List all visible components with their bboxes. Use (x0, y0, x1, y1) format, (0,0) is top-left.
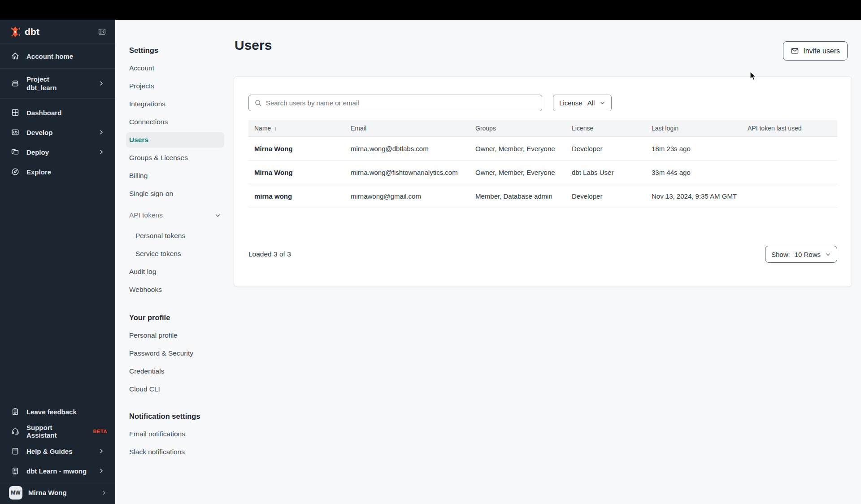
column-header-groups[interactable]: Groups (470, 125, 566, 132)
dbt-logo[interactable]: dbt (9, 26, 39, 38)
deploy-icon (11, 148, 20, 156)
api-tokens-label: API tokens (129, 211, 163, 219)
license-filter-dropdown[interactable]: License All (553, 95, 612, 111)
column-header-api-token[interactable]: API token last used (742, 125, 837, 132)
user-search (248, 95, 542, 111)
avatar: MW (9, 486, 22, 500)
search-icon (254, 99, 262, 107)
settings-nav-single-sign-on[interactable]: Single sign-on (126, 185, 224, 203)
dbt-logo-text: dbt (25, 26, 39, 37)
sidebar-item-help-guides[interactable]: Help & Guides (0, 441, 115, 461)
users-toolbar: License All (248, 95, 837, 111)
sidebar-item-leave-feedback[interactable]: Leave feedback (0, 402, 115, 421)
settings-nav-personal-tokens[interactable]: Personal tokens (126, 227, 224, 245)
settings-nav-billing[interactable]: Billing (126, 167, 224, 185)
table-row[interactable]: Mirna Wong mirna.wong@dbtlabs.com Owner,… (248, 137, 837, 161)
settings-nav-cloud-cli[interactable]: Cloud CLI (126, 380, 224, 398)
sidebar-item-label: Leave feedback (26, 408, 77, 416)
sidebar-item-project[interactable]: Project dbt_learn (0, 69, 115, 99)
cell-email: mirna.wong@dbtlabs.com (345, 145, 470, 152)
table-footer: Loaded 3 of 3 Show: 10 Rows (248, 246, 837, 263)
cell-groups: Member, Database admin (470, 192, 566, 200)
sidebar-item-label: Deploy (26, 148, 49, 156)
settings-nav-credentials[interactable]: Credentials (126, 362, 224, 380)
sidebar-item-explore[interactable]: Explore (0, 162, 115, 182)
sidebar-item-label: Account home (26, 52, 73, 60)
sidebar-bottom-group: Leave feedback Support Assistant BETA He… (0, 402, 115, 481)
cell-groups: Owner, Member, Everyone (470, 145, 566, 152)
invite-users-button[interactable]: Invite users (783, 41, 848, 61)
table-row[interactable]: mirna wong mirnawong@gmail.com Member, D… (248, 184, 837, 208)
chevron-right-icon (101, 490, 107, 496)
cell-license: Developer (566, 145, 646, 152)
dashboard-icon (11, 108, 20, 117)
chevron-right-icon (98, 80, 107, 87)
sidebar-item-label: Dashboard (26, 109, 61, 117)
header-name-label: Name (254, 125, 271, 132)
sidebar-item-label: Support Assistant (26, 424, 82, 439)
settings-nav-integrations[interactable]: Integrations (126, 95, 224, 113)
sidebar-item-deploy[interactable]: Deploy (0, 142, 115, 162)
settings-nav-account[interactable]: Account (126, 59, 224, 77)
settings-nav-audit-log[interactable]: Audit log (126, 263, 224, 281)
sidebar-item-label: Help & Guides (26, 448, 73, 455)
explore-compass-icon (11, 167, 20, 176)
settings-nav-service-tokens[interactable]: Service tokens (126, 245, 224, 263)
cell-license: Developer (566, 192, 646, 200)
user-name: Mirna Wong (28, 489, 67, 496)
cell-last-login: Nov 13, 2024, 9:35 AM GMT (646, 192, 742, 200)
cell-email: mirnawong@gmail.com (345, 192, 470, 200)
column-header-name[interactable]: Name ↑ (248, 125, 345, 132)
settings-nav: Settings Account Projects Integrations C… (115, 20, 233, 461)
settings-nav-heading: Settings (126, 41, 224, 59)
app-sidebar: dbt Account home Project dbt_learn Dashb… (0, 20, 115, 504)
settings-nav-projects[interactable]: Projects (126, 77, 224, 95)
project-box-icon (11, 79, 20, 88)
top-black-bar (0, 0, 861, 20)
sidebar-header: dbt (0, 20, 115, 44)
table-header-row: Name ↑ Email Groups License Last login A… (248, 120, 837, 137)
sidebar-collapse-icon[interactable] (98, 27, 106, 36)
settings-nav-slack-notifications[interactable]: Slack notifications (126, 443, 224, 461)
chevron-down-icon (825, 252, 831, 257)
settings-nav-password-security[interactable]: Password & Security (126, 344, 224, 362)
show-value: 10 Rows (795, 251, 821, 258)
sidebar-item-dbt-learn[interactable]: dbt Learn - mwong (0, 461, 115, 481)
sort-ascending-icon: ↑ (274, 125, 277, 132)
chevron-right-icon (98, 129, 107, 135)
project-name: dbt_learn (26, 84, 57, 91)
column-header-license[interactable]: License (566, 125, 646, 132)
sidebar-item-dashboard[interactable]: Dashboard (0, 103, 115, 122)
cell-email: mirna.wong@fishtownanalytics.com (345, 169, 470, 176)
settings-nav-email-notifications[interactable]: Email notifications (126, 425, 224, 443)
envelope-icon (791, 47, 799, 55)
cell-groups: Owner, Member, Everyone (470, 169, 566, 176)
license-filter-label: License (559, 99, 583, 107)
settings-nav-groups-licenses[interactable]: Groups & Licenses (126, 149, 224, 167)
cell-license: dbt Labs User (566, 169, 646, 176)
settings-nav-connections[interactable]: Connections (126, 113, 224, 131)
dbt-logo-icon (9, 26, 21, 38)
sidebar-item-support-assistant[interactable]: Support Assistant BETA (0, 421, 115, 441)
sidebar-user-menu[interactable]: MW Mirna Wong (0, 481, 115, 504)
sidebar-item-account-home[interactable]: Account home (0, 44, 115, 69)
chevron-right-icon (98, 448, 107, 454)
column-header-last-login[interactable]: Last login (646, 125, 742, 132)
cell-name: mirna wong (248, 192, 345, 200)
table-row[interactable]: Mirna Wong mirna.wong@fishtownanalytics.… (248, 161, 837, 184)
rows-per-page-dropdown[interactable]: Show: 10 Rows (765, 246, 837, 263)
your-profile-heading: Your profile (126, 308, 224, 326)
loaded-count: Loaded 3 of 3 (248, 250, 291, 258)
show-label: Show: (771, 251, 790, 258)
home-icon (11, 52, 20, 61)
settings-nav-personal-profile[interactable]: Personal profile (126, 326, 224, 344)
settings-nav-webhooks[interactable]: Webhooks (126, 281, 224, 299)
project-labels: Project dbt_learn (26, 75, 57, 92)
develop-code-icon (11, 128, 20, 137)
search-input[interactable] (266, 99, 536, 107)
sidebar-item-develop[interactable]: Develop (0, 122, 115, 142)
settings-nav-api-tokens[interactable]: API tokens (126, 206, 224, 224)
cell-last-login: 18m 23s ago (646, 145, 742, 152)
settings-nav-users[interactable]: Users (126, 132, 224, 148)
column-header-email[interactable]: Email (345, 125, 470, 132)
